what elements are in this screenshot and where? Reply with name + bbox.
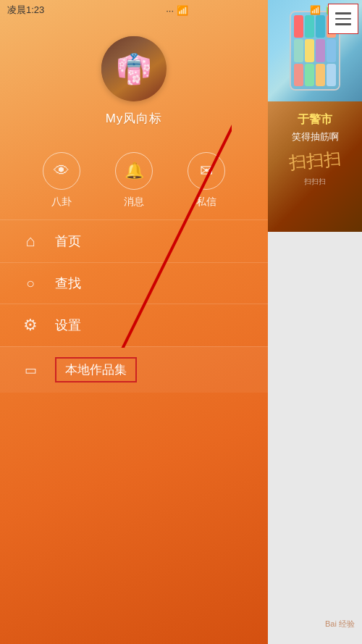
status-bar: 凌晨1:23 ··· 📶 📶 🔋 92% (0, 0, 362, 20)
private-message-label: 私信 (196, 196, 216, 209)
eye-icon: 👁 (43, 152, 80, 190)
signal-dots: ··· (166, 5, 174, 16)
search-label: 查找 (55, 275, 81, 292)
avatar-image (101, 36, 167, 101)
bell-icon: 🔔 (115, 152, 153, 190)
settings-icon: ⚙ (20, 316, 41, 335)
watermark: Bai 经验 (325, 619, 355, 630)
local-works-menu-item[interactable]: ▭ 本地作品集 (0, 346, 268, 393)
gossip-button[interactable]: 👁 八卦 (43, 152, 80, 209)
gossip-label: 八卦 (51, 196, 72, 209)
right-text-line4: 扫扫扫 (304, 177, 326, 187)
right-text-line1: 于警市 (298, 112, 332, 127)
home-icon: ⌂ (20, 232, 41, 251)
icon-row: 👁 八卦 🔔 消息 ✉ 私信 (11, 141, 257, 219)
hamburger-line-2 (335, 18, 351, 20)
message-label: 消息 (124, 196, 144, 209)
sidebar: My风向标 👁 八卦 🔔 消息 ✉ 私信 ⌂ 首页 ○ 查找 ⚙ 设置 ▭ 本地… (0, 0, 268, 644)
mail-icon: ✉ (188, 152, 225, 190)
avatar-section: My风向标 (0, 0, 268, 141)
avatar[interactable] (101, 36, 167, 101)
folder-icon: ▭ (20, 362, 41, 378)
status-center: ··· 📶 (166, 5, 188, 16)
search-menu-item[interactable]: ○ 查找 (0, 262, 268, 304)
hamburger-line-1 (335, 12, 351, 14)
home-menu-item[interactable]: ⌂ 首页 (0, 219, 268, 262)
status-time: 凌晨1:23 (7, 4, 44, 17)
right-text-line3: 扫扫扫 (288, 147, 342, 175)
signal-bars-icon: 📶 (310, 5, 321, 15)
hamburger-line-3 (335, 23, 351, 25)
home-label: 首页 (55, 233, 81, 250)
settings-menu-item[interactable]: ⚙ 设置 (0, 304, 268, 346)
private-message-button[interactable]: ✉ 私信 (188, 152, 225, 209)
message-button[interactable]: 🔔 消息 (115, 152, 153, 209)
username: My风向标 (106, 110, 163, 127)
right-panel: 于警市 笑得抽筋啊 扫扫扫 扫扫扫 (268, 0, 362, 644)
settings-label: 设置 (55, 317, 81, 334)
hamburger-button[interactable] (328, 4, 358, 34)
local-works-label: 本地作品集 (65, 363, 127, 377)
right-text-line2: 笑得抽筋啊 (292, 130, 339, 143)
right-bottom-image: 于警市 笑得抽筋啊 扫扫扫 扫扫扫 (268, 101, 362, 232)
wifi-icon: 📶 (177, 5, 188, 16)
search-icon: ○ (20, 275, 41, 292)
local-works-label-box: 本地作品集 (55, 357, 137, 382)
